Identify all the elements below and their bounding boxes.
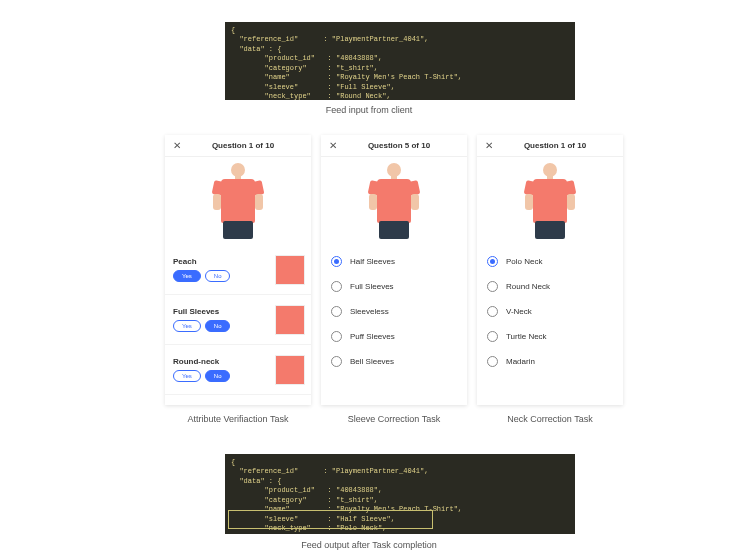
radio-label: Half Sleeves: [350, 257, 395, 266]
close-icon[interactable]: ✕: [329, 140, 339, 151]
code-line: "product_id" : "40843888",: [231, 486, 382, 494]
caption-feed-input: Feed input from client: [0, 105, 738, 115]
radio-option[interactable]: V-Neck: [487, 299, 613, 324]
radio-label: Bell Sleeves: [350, 357, 394, 366]
card-header: ✕ Question 1 of 10: [165, 135, 311, 157]
caption-feed-output: Feed output after Task completion: [0, 540, 738, 550]
code-line: {: [231, 26, 235, 34]
radio-option[interactable]: Turtle Neck: [487, 324, 613, 349]
radio-option[interactable]: Round Neck: [487, 274, 613, 299]
radio-label: Round Neck: [506, 282, 550, 291]
neck-swatch: [275, 355, 305, 385]
close-icon[interactable]: ✕: [173, 140, 183, 151]
radio-icon: [487, 306, 498, 317]
radio-icon: [487, 281, 498, 292]
caption-sleeve-task: Sleeve Correction Task: [321, 414, 467, 424]
radio-label: Sleeveless: [350, 307, 389, 316]
code-input-block: { "reference_id" : "PlaymentPartner_4041…: [225, 22, 575, 100]
radio-icon: [331, 356, 342, 367]
product-image: [477, 157, 623, 245]
code-line: "data" : {: [231, 45, 281, 53]
card-title: Question 1 of 10: [183, 141, 303, 150]
code-line: "color" : "Peach",: [231, 534, 370, 535]
radio-icon: [331, 331, 342, 342]
radio-label: Full Sleeves: [350, 282, 394, 291]
product-image: [165, 157, 311, 245]
code-line: "reference_id" : "PlaymentPartner_4041",: [231, 467, 428, 475]
attr-row-sleeve: Full Sleeves Yes No: [165, 295, 311, 345]
close-icon[interactable]: ✕: [485, 140, 495, 151]
no-button[interactable]: No: [205, 320, 231, 332]
code-line: "neck_type" : "Round Neck",: [231, 92, 391, 100]
radio-icon: [487, 256, 498, 267]
radio-label: V-Neck: [506, 307, 532, 316]
radio-label: Puff Sleeves: [350, 332, 395, 341]
radio-label: Polo Neck: [506, 257, 542, 266]
yes-button[interactable]: Yes: [173, 320, 201, 332]
code-line: "product_id" : "40843888",: [231, 54, 382, 62]
attr-label: Round-neck: [173, 357, 230, 366]
code-line: {: [231, 458, 235, 466]
caption-attr-task: Attribute Verifiaction Task: [165, 414, 311, 424]
attr-row-neck: Round-neck Yes No: [165, 345, 311, 395]
code-line: "category" : "t_shirt",: [231, 64, 378, 72]
radio-label: Madarin: [506, 357, 535, 366]
radio-option[interactable]: Bell Sleeves: [331, 349, 457, 374]
sleeve-swatch: [275, 305, 305, 335]
card-title: Question 1 of 10: [495, 141, 615, 150]
code-line: "data" : {: [231, 477, 281, 485]
radio-icon: [331, 281, 342, 292]
radio-label: Turtle Neck: [506, 332, 547, 341]
attr-label: Peach: [173, 257, 230, 266]
output-highlight-box: [228, 510, 433, 529]
radio-option[interactable]: Half Sleeves: [331, 249, 457, 274]
code-line: "reference_id" : "PlaymentPartner_4041",: [231, 35, 428, 43]
radio-icon: [331, 256, 342, 267]
card-neck-correction: ✕ Question 1 of 10 Polo Neck Round Neck …: [477, 135, 623, 405]
no-button[interactable]: No: [205, 270, 231, 282]
attr-row-color: Peach Yes No: [165, 245, 311, 295]
attr-label: Full Sleeves: [173, 307, 230, 316]
card-header: ✕ Question 1 of 10: [477, 135, 623, 157]
card-attribute-verification: ✕ Question 1 of 10 Peach Yes No: [165, 135, 311, 405]
card-title: Question 5 of 10: [339, 141, 459, 150]
no-button[interactable]: No: [205, 370, 231, 382]
code-line: "sleeve" : "Full Sleeve",: [231, 83, 395, 91]
code-line: "name" : "Royalty Men's Peach T-Shirt",: [231, 73, 462, 81]
radio-icon: [487, 356, 498, 367]
product-image: [321, 157, 467, 245]
caption-neck-task: Neck Correction Task: [477, 414, 623, 424]
radio-option[interactable]: Sleeveless: [331, 299, 457, 324]
radio-icon: [331, 306, 342, 317]
card-header: ✕ Question 5 of 10: [321, 135, 467, 157]
color-swatch: [275, 255, 305, 285]
code-line: "category" : "t_shirt",: [231, 496, 378, 504]
radio-option[interactable]: Puff Sleeves: [331, 324, 457, 349]
radio-icon: [487, 331, 498, 342]
yes-button[interactable]: Yes: [173, 370, 201, 382]
radio-option[interactable]: Full Sleeves: [331, 274, 457, 299]
card-sleeve-correction: ✕ Question 5 of 10 Half Sleeves Full Sle…: [321, 135, 467, 405]
radio-option[interactable]: Madarin: [487, 349, 613, 374]
radio-option[interactable]: Polo Neck: [487, 249, 613, 274]
yes-button[interactable]: Yes: [173, 270, 201, 282]
